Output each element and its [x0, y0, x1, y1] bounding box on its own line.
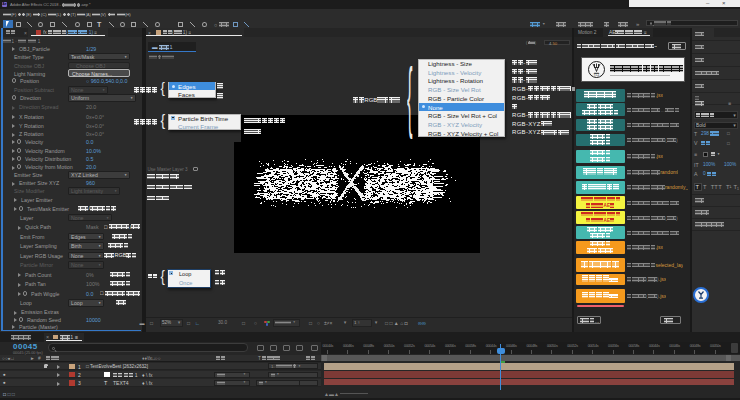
svg-text:Y.L.Z: Y.L.Z	[594, 73, 600, 77]
